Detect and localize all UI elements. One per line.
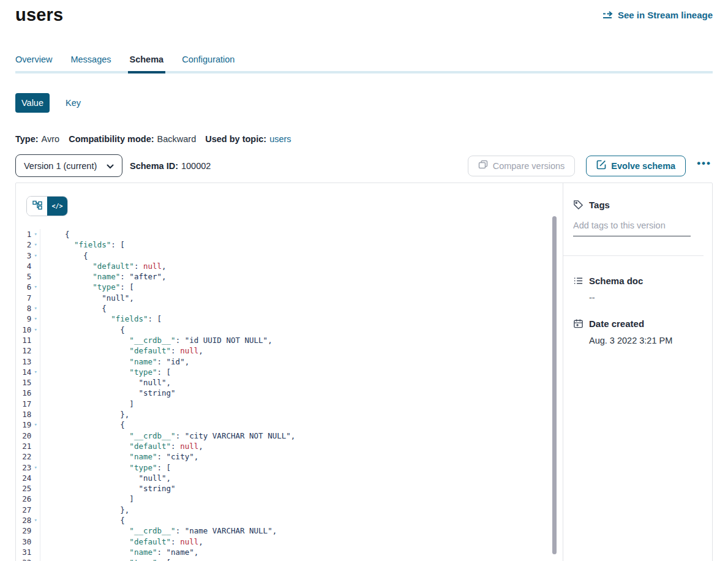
line-number: 30 — [16, 537, 31, 547]
fold-toggle-icon[interactable] — [31, 399, 40, 409]
fold-toggle-icon[interactable] — [31, 271, 40, 282]
fold-toggle-icon[interactable] — [31, 409, 40, 420]
code-gutter: 23 ▾ — [16, 462, 40, 473]
line-number: 15 — [16, 377, 31, 388]
fold-toggle-icon[interactable]: ▾ — [31, 303, 40, 314]
fold-toggle-icon[interactable] — [31, 525, 40, 536]
line-number: 24 — [16, 473, 31, 483]
fold-toggle-icon[interactable] — [31, 494, 40, 504]
fold-toggle-icon[interactable] — [31, 505, 40, 515]
fold-toggle-icon[interactable] — [31, 293, 40, 303]
line-number: 14 — [16, 367, 31, 377]
line-number: 9 — [16, 314, 31, 324]
tags-section-header: Tags — [573, 200, 704, 210]
fold-toggle-icon[interactable] — [31, 441, 40, 451]
compare-versions-label: Compare versions — [493, 161, 565, 171]
fold-toggle-icon[interactable]: ▾ — [31, 325, 40, 335]
fold-toggle-icon[interactable]: ▾ — [31, 420, 40, 430]
fold-toggle-icon[interactable]: ▾ — [31, 367, 40, 377]
line-number: 5 — [16, 271, 31, 282]
code-text: "default": null, — [40, 537, 203, 547]
fold-toggle-icon[interactable] — [31, 451, 40, 462]
fold-toggle-icon[interactable] — [31, 377, 40, 388]
code-text: { — [40, 325, 125, 335]
fold-toggle-icon[interactable] — [31, 473, 40, 483]
code-text: { — [40, 420, 125, 430]
schema-code-pane: </> 1 ▾ { 2 ▾ "fields": [ — [16, 183, 563, 561]
fold-toggle-icon[interactable] — [31, 345, 40, 356]
line-number: 17 — [16, 399, 31, 409]
code-line: 25 "string" — [16, 483, 563, 494]
code-gutter: 3 ▾ — [16, 250, 40, 261]
schema-view-toggle: </> — [26, 196, 68, 216]
calendar-plus-icon — [573, 318, 584, 329]
list-icon — [573, 276, 584, 286]
fold-toggle-icon[interactable]: ▾ — [31, 282, 40, 292]
tree-view-button[interactable] — [27, 197, 47, 216]
add-tags-input[interactable] — [573, 220, 691, 236]
code-gutter: 18 — [16, 409, 40, 420]
version-actions: Compare versions Evolve schema ••• — [468, 156, 713, 176]
version-select[interactable]: Version 1 (current) — [15, 154, 122, 177]
compatibility-mode-value: Backward — [157, 134, 197, 144]
fold-toggle-icon[interactable]: ▾ — [31, 229, 40, 239]
code-text: "default": null, — [40, 441, 203, 451]
schema-id-value: 100002 — [181, 161, 211, 171]
fold-toggle-icon[interactable] — [31, 537, 40, 547]
code-text: ] — [40, 494, 134, 504]
fold-toggle-icon[interactable] — [31, 547, 40, 557]
schema-detail-panel: </> 1 ▾ { 2 ▾ "fields": [ — [15, 183, 713, 561]
value-toggle-button[interactable]: Value — [15, 93, 50, 113]
date-created-header: Date created — [573, 318, 704, 329]
code-gutter: 28 ▾ — [16, 515, 40, 525]
schema-doc-title: Schema doc — [589, 276, 643, 286]
fold-toggle-icon[interactable]: ▾ — [31, 462, 40, 473]
code-gutter: 8 ▾ — [16, 303, 40, 314]
code-gutter: 9 ▾ — [16, 314, 40, 324]
fold-toggle-icon[interactable] — [31, 388, 40, 398]
tab-schema[interactable]: Schema — [130, 55, 164, 71]
schema-doc-value: -- — [589, 293, 704, 303]
code-text: ] — [40, 399, 134, 409]
code-line: 18 }, — [16, 409, 563, 420]
line-number: 19 — [16, 420, 31, 430]
fold-toggle-icon[interactable]: ▾ — [31, 557, 40, 561]
code-gutter: 7 — [16, 293, 40, 303]
tab-messages[interactable]: Messages — [70, 55, 111, 71]
code-scrollbar[interactable] — [552, 216, 557, 554]
code-line: 20 "__crdb__": "city VARCHAR NOT NULL", — [16, 431, 563, 441]
fold-toggle-icon[interactable]: ▾ — [31, 314, 40, 324]
code-text: "string" — [40, 483, 176, 494]
line-number: 2 — [16, 239, 31, 250]
tree-view-icon — [32, 200, 42, 212]
code-text: { — [40, 303, 107, 314]
tab-configuration[interactable]: Configuration — [182, 55, 235, 71]
fold-toggle-icon[interactable] — [31, 261, 40, 271]
code-gutter: 6 ▾ — [16, 282, 40, 292]
version-select-value: Version 1 (current) — [24, 161, 97, 171]
used-by-topic-link[interactable]: users — [269, 134, 291, 144]
schema-id-label: Schema ID: — [130, 161, 178, 171]
line-number: 28 — [16, 515, 31, 525]
code-text: "__crdb__": "name VARCHAR NULL", — [40, 525, 277, 536]
fold-toggle-icon[interactable] — [31, 335, 40, 345]
fold-toggle-icon[interactable]: ▾ — [31, 515, 40, 525]
code-text: "type": [ — [40, 462, 171, 473]
fold-toggle-icon[interactable] — [31, 483, 40, 494]
fold-toggle-icon[interactable] — [31, 431, 40, 441]
fold-toggle-icon[interactable]: ▾ — [31, 250, 40, 261]
evolve-schema-button[interactable]: Evolve schema — [586, 156, 686, 176]
key-toggle-button[interactable]: Key — [66, 98, 81, 108]
code-view-button[interactable]: </> — [47, 197, 67, 216]
code-view-icon: </> — [51, 203, 62, 209]
see-in-stream-lineage-link[interactable]: See in Stream lineage — [602, 10, 713, 20]
code-line: 3 ▾ { — [16, 250, 563, 261]
fold-toggle-icon[interactable] — [31, 356, 40, 367]
tab-overview[interactable]: Overview — [15, 55, 52, 71]
fold-toggle-icon[interactable]: ▾ — [31, 239, 40, 250]
code-line: 19 ▾ { — [16, 420, 563, 430]
code-line: 14 ▾ "type": [ — [16, 367, 563, 377]
tab-bar: Overview Messages Schema Configuration — [15, 55, 713, 73]
more-options-button[interactable]: ••• — [697, 157, 713, 175]
compare-versions-button[interactable]: Compare versions — [468, 156, 576, 176]
